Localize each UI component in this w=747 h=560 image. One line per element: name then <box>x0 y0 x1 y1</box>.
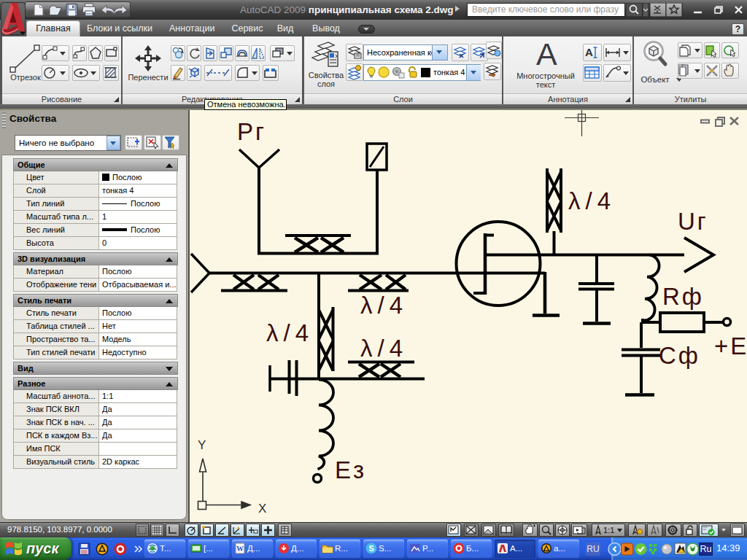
svg-text:X: X <box>258 502 266 516</box>
svg-text:Ез: Ез <box>335 456 366 483</box>
svg-text:+Е: +Е <box>714 332 747 359</box>
svg-text:S: S <box>369 544 374 553</box>
svg-text:Рг: Рг <box>237 118 266 145</box>
svg-text:λ/4: λ/4 <box>266 319 314 346</box>
svg-text:1:1: 1:1 <box>603 526 614 534</box>
svg-text:Y: Y <box>198 438 206 452</box>
svg-text:W: W <box>236 545 244 553</box>
svg-text:Сф: Сф <box>659 342 700 369</box>
svg-text:Rф: Rф <box>662 283 704 310</box>
svg-text:λ/4: λ/4 <box>360 292 408 319</box>
svg-text:λ/4: λ/4 <box>568 187 616 214</box>
svg-text:Uг: Uг <box>678 208 708 235</box>
svg-text:λ/4: λ/4 <box>360 335 408 362</box>
svg-text:А: А <box>585 46 593 58</box>
